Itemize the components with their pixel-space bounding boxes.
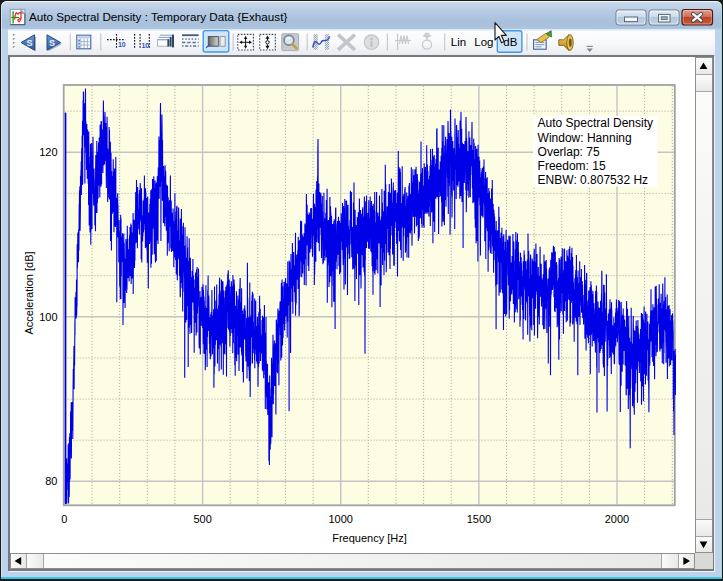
svg-text:S: S — [49, 38, 55, 48]
svg-text:10: 10 — [141, 42, 149, 49]
svg-text:Log: Log — [474, 36, 493, 48]
svg-text:dB: dB — [503, 36, 517, 48]
svg-text:10: 10 — [118, 41, 126, 48]
svg-text:Lin: Lin — [451, 36, 466, 48]
svg-text:S: S — [26, 38, 32, 48]
